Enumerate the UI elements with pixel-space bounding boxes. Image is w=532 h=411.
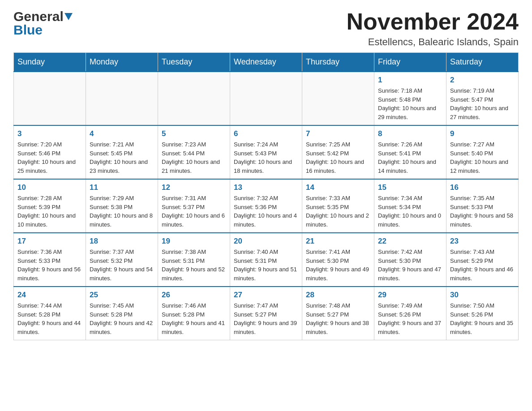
day-number: 30 — [450, 291, 515, 300]
calendar-cell-2-5: 7Sunrise: 7:25 AMSunset: 5:42 PMDaylight… — [302, 125, 374, 179]
day-number: 6 — [234, 129, 298, 138]
calendar-cell-4-5: 21Sunrise: 7:41 AMSunset: 5:30 PMDayligh… — [302, 233, 374, 287]
calendar-cell-2-6: 8Sunrise: 7:26 AMSunset: 5:41 PMDaylight… — [374, 125, 446, 179]
calendar-cell-5-1: 24Sunrise: 7:44 AMSunset: 5:28 PMDayligh… — [14, 287, 86, 340]
col-header-thursday: Thursday — [302, 53, 374, 72]
day-number: 20 — [234, 237, 298, 246]
day-number: 12 — [162, 183, 226, 192]
day-number: 9 — [450, 129, 515, 138]
day-number: 2 — [450, 76, 515, 85]
calendar-table: SundayMondayTuesdayWednesdayThursdayFrid… — [13, 52, 519, 340]
week-row-5: 24Sunrise: 7:44 AMSunset: 5:28 PMDayligh… — [14, 287, 519, 340]
day-number: 22 — [378, 237, 442, 246]
title-area: November 2024 Estellencs, Balearic Islan… — [347, 9, 519, 48]
day-info: Sunrise: 7:26 AMSunset: 5:41 PMDaylight:… — [378, 140, 442, 175]
day-info: Sunrise: 7:43 AMSunset: 5:29 PMDaylight:… — [450, 248, 515, 283]
day-info: Sunrise: 7:33 AMSunset: 5:35 PMDaylight:… — [306, 194, 370, 229]
day-info: Sunrise: 7:44 AMSunset: 5:28 PMDaylight:… — [17, 301, 82, 336]
day-number: 23 — [450, 237, 515, 246]
calendar-cell-1-2 — [86, 72, 158, 125]
day-number: 24 — [17, 291, 82, 300]
col-header-sunday: Sunday — [14, 53, 86, 72]
day-info: Sunrise: 7:40 AMSunset: 5:31 PMDaylight:… — [234, 248, 298, 283]
week-row-2: 3Sunrise: 7:20 AMSunset: 5:46 PMDaylight… — [14, 125, 519, 179]
day-number: 1 — [378, 76, 442, 85]
calendar-cell-2-7: 9Sunrise: 7:27 AMSunset: 5:40 PMDaylight… — [446, 125, 519, 179]
day-number: 14 — [306, 183, 370, 192]
day-number: 16 — [450, 183, 515, 192]
svg-marker-0 — [64, 13, 73, 20]
day-number: 26 — [162, 291, 226, 300]
day-info: Sunrise: 7:21 AMSunset: 5:45 PMDaylight:… — [90, 140, 154, 175]
day-info: Sunrise: 7:35 AMSunset: 5:33 PMDaylight:… — [450, 194, 515, 229]
day-info: Sunrise: 7:20 AMSunset: 5:46 PMDaylight:… — [17, 140, 82, 175]
day-info: Sunrise: 7:18 AMSunset: 5:48 PMDaylight:… — [378, 86, 442, 121]
day-number: 8 — [378, 129, 442, 138]
calendar-cell-5-5: 28Sunrise: 7:48 AMSunset: 5:27 PMDayligh… — [302, 287, 374, 340]
day-number: 28 — [306, 291, 370, 300]
day-number: 18 — [90, 237, 154, 246]
col-header-monday: Monday — [86, 53, 158, 72]
day-number: 25 — [90, 291, 154, 300]
day-number: 11 — [90, 183, 154, 192]
day-info: Sunrise: 7:23 AMSunset: 5:44 PMDaylight:… — [162, 140, 226, 175]
calendar-cell-3-7: 16Sunrise: 7:35 AMSunset: 5:33 PMDayligh… — [446, 179, 519, 233]
day-number: 3 — [17, 129, 82, 138]
day-info: Sunrise: 7:38 AMSunset: 5:31 PMDaylight:… — [162, 248, 226, 283]
day-number: 21 — [306, 237, 370, 246]
week-row-4: 17Sunrise: 7:36 AMSunset: 5:33 PMDayligh… — [14, 233, 519, 287]
day-info: Sunrise: 7:36 AMSunset: 5:33 PMDaylight:… — [17, 248, 82, 283]
calendar-cell-2-1: 3Sunrise: 7:20 AMSunset: 5:46 PMDaylight… — [14, 125, 86, 179]
day-info: Sunrise: 7:24 AMSunset: 5:43 PMDaylight:… — [234, 140, 298, 175]
location-title: Estellencs, Balearic Islands, Spain — [347, 36, 519, 48]
day-number: 5 — [162, 129, 226, 138]
day-info: Sunrise: 7:50 AMSunset: 5:26 PMDaylight:… — [450, 301, 515, 336]
day-number: 17 — [17, 237, 82, 246]
calendar-cell-1-3 — [158, 72, 230, 125]
calendar-cell-3-6: 15Sunrise: 7:34 AMSunset: 5:34 PMDayligh… — [374, 179, 446, 233]
month-title: November 2024 — [347, 9, 519, 34]
day-info: Sunrise: 7:45 AMSunset: 5:28 PMDaylight:… — [90, 301, 154, 336]
day-info: Sunrise: 7:28 AMSunset: 5:39 PMDaylight:… — [17, 194, 82, 229]
calendar-cell-5-4: 27Sunrise: 7:47 AMSunset: 5:27 PMDayligh… — [230, 287, 302, 340]
col-header-tuesday: Tuesday — [158, 53, 230, 72]
day-info: Sunrise: 7:32 AMSunset: 5:36 PMDaylight:… — [234, 194, 298, 229]
calendar-cell-3-2: 11Sunrise: 7:29 AMSunset: 5:38 PMDayligh… — [86, 179, 158, 233]
col-header-wednesday: Wednesday — [230, 53, 302, 72]
logo-triangle-icon — [64, 13, 73, 22]
day-info: Sunrise: 7:27 AMSunset: 5:40 PMDaylight:… — [450, 140, 515, 175]
day-number: 7 — [306, 129, 370, 138]
day-info: Sunrise: 7:49 AMSunset: 5:26 PMDaylight:… — [378, 301, 442, 336]
week-row-1: 1Sunrise: 7:18 AMSunset: 5:48 PMDaylight… — [14, 72, 519, 125]
day-info: Sunrise: 7:31 AMSunset: 5:37 PMDaylight:… — [162, 194, 226, 229]
calendar-cell-4-7: 23Sunrise: 7:43 AMSunset: 5:29 PMDayligh… — [446, 233, 519, 287]
day-info: Sunrise: 7:48 AMSunset: 5:27 PMDaylight:… — [306, 301, 370, 336]
calendar-cell-3-3: 12Sunrise: 7:31 AMSunset: 5:37 PMDayligh… — [158, 179, 230, 233]
page-header: General Blue November 2024 Estellencs, B… — [13, 9, 519, 48]
calendar-cell-1-7: 2Sunrise: 7:19 AMSunset: 5:47 PMDaylight… — [446, 72, 519, 125]
calendar-cell-5-3: 26Sunrise: 7:46 AMSunset: 5:28 PMDayligh… — [158, 287, 230, 340]
day-info: Sunrise: 7:46 AMSunset: 5:28 PMDaylight:… — [162, 301, 226, 336]
logo-blue-text: Blue — [13, 22, 43, 38]
day-number: 10 — [17, 183, 82, 192]
calendar-cell-4-6: 22Sunrise: 7:42 AMSunset: 5:30 PMDayligh… — [374, 233, 446, 287]
calendar-cell-3-5: 14Sunrise: 7:33 AMSunset: 5:35 PMDayligh… — [302, 179, 374, 233]
day-number: 19 — [162, 237, 226, 246]
calendar-cell-1-1 — [14, 72, 86, 125]
col-header-friday: Friday — [374, 53, 446, 72]
calendar-cell-4-3: 19Sunrise: 7:38 AMSunset: 5:31 PMDayligh… — [158, 233, 230, 287]
day-info: Sunrise: 7:41 AMSunset: 5:30 PMDaylight:… — [306, 248, 370, 283]
day-number: 29 — [378, 291, 442, 300]
calendar-cell-2-4: 6Sunrise: 7:24 AMSunset: 5:43 PMDaylight… — [230, 125, 302, 179]
day-info: Sunrise: 7:34 AMSunset: 5:34 PMDaylight:… — [378, 194, 442, 229]
calendar-cell-1-4 — [230, 72, 302, 125]
day-info: Sunrise: 7:19 AMSunset: 5:47 PMDaylight:… — [450, 86, 515, 121]
col-header-saturday: Saturday — [446, 53, 519, 72]
day-info: Sunrise: 7:37 AMSunset: 5:32 PMDaylight:… — [90, 248, 154, 283]
day-info: Sunrise: 7:25 AMSunset: 5:42 PMDaylight:… — [306, 140, 370, 175]
day-info: Sunrise: 7:42 AMSunset: 5:30 PMDaylight:… — [378, 248, 442, 283]
day-number: 15 — [378, 183, 442, 192]
calendar-cell-4-1: 17Sunrise: 7:36 AMSunset: 5:33 PMDayligh… — [14, 233, 86, 287]
day-info: Sunrise: 7:29 AMSunset: 5:38 PMDaylight:… — [90, 194, 154, 229]
day-number: 27 — [234, 291, 298, 300]
